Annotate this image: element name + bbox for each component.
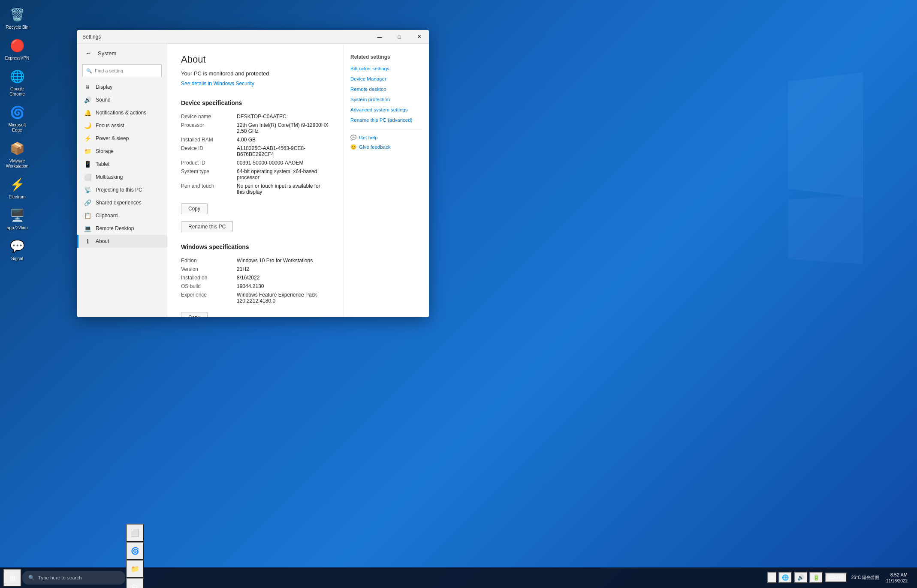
spec-label: Product ID: [181, 160, 237, 166]
help-get-help[interactable]: 💬Get help: [350, 135, 422, 141]
electrum-label: Electrum: [9, 195, 25, 200]
help-items: 💬Get help😊Give feedback: [350, 135, 422, 150]
maximize-button[interactable]: □: [389, 30, 409, 44]
help-feedback[interactable]: 😊Give feedback: [350, 144, 422, 150]
spec-value: 21H2: [237, 266, 329, 272]
related-link-rename-advanced[interactable]: Rename this PC (advanced): [350, 117, 422, 123]
sidebar-item-notifications[interactable]: 🔔Notifications & actions: [77, 106, 167, 119]
expressvpn-icon: 🔴: [9, 37, 26, 54]
related-link-bitlocker[interactable]: BitLocker settings: [350, 65, 422, 72]
tablet-nav-icon: 📱: [84, 161, 91, 168]
tray-keyboard[interactable]: ⌨ENG: [825, 573, 847, 582]
start-button[interactable]: ⊞: [3, 569, 21, 587]
spec-value: 19044.2130: [237, 283, 329, 289]
taskbar-edge-btn[interactable]: 🌀: [126, 542, 144, 560]
windows-specs-table: EditionWindows 10 Pro for WorkstationsVe…: [181, 256, 329, 305]
spec-value: No pen or touch input is available for t…: [237, 183, 329, 195]
spec-value: 64-bit operating system, x64-based proce…: [237, 168, 329, 180]
taskbar-search[interactable]: 🔍 Type here to search: [22, 571, 125, 585]
table-row: Pen and touchNo pen or touch input is av…: [181, 182, 329, 196]
about-nav-icon: ℹ: [84, 238, 91, 245]
right-panel: Related settings BitLocker settingsDevic…: [343, 44, 429, 317]
tray-date-text: 11/16/2022: [886, 578, 908, 584]
google-chrome-label: Google Chrome: [4, 87, 30, 97]
minimize-button[interactable]: —: [370, 30, 389, 44]
sidebar-section-title: System: [98, 50, 116, 57]
related-link-remote-desktop[interactable]: Remote desktop: [350, 86, 422, 93]
weather-label: 陽光普照: [862, 575, 879, 580]
notifications-nav-icon: 🔔: [84, 109, 91, 116]
sidebar-item-power-sleep[interactable]: ⚡Power & sleep: [77, 132, 167, 145]
desktop-icon-vmware-workstation[interactable]: 📦VMware Workstation: [2, 138, 32, 171]
table-row: Device IDA118325C-AAB1-4563-9CE8-B676BE2…: [181, 144, 329, 159]
microsoft-edge-label: Microsoft Edge: [4, 123, 30, 133]
table-row: OS build19044.2130: [181, 282, 329, 291]
google-chrome-icon: 🌐: [9, 68, 26, 85]
multitasking-nav-icon: ⬜: [84, 174, 91, 180]
sidebar-item-storage[interactable]: 📁Storage: [77, 145, 167, 158]
related-link-device-manager[interactable]: Device Manager: [350, 75, 422, 82]
tablet-nav-label: Tablet: [96, 161, 109, 167]
related-link-system-protection[interactable]: System protection: [350, 96, 422, 103]
desktop-icon-app722linu[interactable]: 🖥️app722linu: [2, 205, 32, 232]
tray-speaker[interactable]: 🔊: [794, 572, 808, 583]
settings-search-input[interactable]: [95, 68, 158, 73]
tray-time-text: 8:52 AM: [886, 572, 908, 578]
signal-label: Signal: [11, 256, 23, 261]
tray-datetime[interactable]: 8:52 AM11/16/2022: [884, 570, 910, 585]
window-controls: — □ ✕: [370, 30, 429, 44]
tray-network[interactable]: 🌐: [778, 572, 792, 583]
desktop-icon-recycle-bin[interactable]: 🗑️Recycle Bin: [2, 4, 32, 32]
spec-label: Device name: [181, 114, 237, 120]
close-button[interactable]: ✕: [409, 30, 429, 44]
taskbar-file-explorer[interactable]: 📁: [126, 560, 144, 578]
sidebar-item-projecting[interactable]: 📡Projecting to this PC: [77, 183, 167, 196]
taskbar-task-view[interactable]: ⬜: [126, 524, 144, 542]
sidebar-item-tablet[interactable]: 📱Tablet: [77, 158, 167, 171]
shared-experiences-nav-icon: 🔗: [84, 199, 91, 206]
device-spec-title: Device specifications: [181, 99, 329, 106]
sidebar-item-display[interactable]: 🖥Display: [77, 81, 167, 93]
sidebar-item-multitasking[interactable]: ⬜Multitasking: [77, 171, 167, 183]
back-button[interactable]: ←: [82, 47, 94, 59]
sidebar-item-clipboard[interactable]: 📋Clipboard: [77, 209, 167, 222]
desktop-icon-signal[interactable]: 💬Signal: [2, 236, 32, 263]
taskbar: ⊞ 🔍 Type here to search ⬜🌀📁🛍⚙🔷 ^ 🌐 🔊 🔋 ⌨…: [0, 567, 917, 588]
projecting-nav-icon: 📡: [84, 186, 91, 193]
tray-chevron[interactable]: ^: [767, 572, 777, 583]
desktop-icon-expressvpn[interactable]: 🔴ExpressVPN: [2, 35, 32, 63]
spec-label: Experience: [181, 292, 237, 304]
copy-windows-specs-button[interactable]: Copy: [181, 312, 208, 317]
recycle-bin-icon: 🗑️: [9, 6, 26, 23]
vmware-workstation-label: VMware Workstation: [4, 159, 30, 169]
desktop-icon-microsoft-edge[interactable]: 🌀Microsoft Edge: [2, 102, 32, 135]
feedback-icon: 😊: [350, 144, 356, 150]
app722linu-label: app722linu: [7, 225, 28, 231]
sidebar-item-remote-desktop[interactable]: 💻Remote Desktop: [77, 222, 167, 235]
taskbar-tray: ^ 🌐 🔊 🔋 ⌨ENG 26°C 陽光普照 8:52 AM11/16/2022: [767, 570, 914, 585]
spec-label: System type: [181, 168, 237, 180]
temperature: 26°C: [851, 575, 861, 580]
spec-label: OS build: [181, 283, 237, 289]
spec-value: 12th Gen Intel(R) Core(TM) i9-12900HX 2.…: [237, 122, 329, 134]
sidebar-item-about[interactable]: ℹAbout: [77, 235, 167, 248]
about-nav-label: About: [96, 238, 109, 244]
related-link-advanced-system[interactable]: Advanced system settings: [350, 106, 422, 113]
spec-label: Processor: [181, 122, 237, 134]
desktop-icon-google-chrome[interactable]: 🌐Google Chrome: [2, 66, 32, 99]
shared-experiences-nav-label: Shared experiences: [96, 200, 142, 206]
security-link[interactable]: See details in Windows Security: [181, 81, 254, 87]
settings-sidebar: ← System 🔍 🖥Display🔊Sound🔔Notifications …: [77, 44, 167, 317]
tray-battery[interactable]: 🔋: [809, 572, 823, 583]
desktop-icon-electrum[interactable]: ⚡Electrum: [2, 174, 32, 201]
sidebar-item-sound[interactable]: 🔊Sound: [77, 93, 167, 106]
taskbar-ms-store[interactable]: 🛍: [126, 578, 144, 588]
sidebar-item-focus-assist[interactable]: 🌙Focus assist: [77, 119, 167, 132]
recycle-bin-label: Recycle Bin: [6, 25, 29, 30]
settings-search-box[interactable]: 🔍: [82, 64, 162, 77]
projecting-nav-label: Projecting to this PC: [96, 187, 142, 193]
copy-device-specs-button[interactable]: Copy: [181, 203, 208, 214]
sidebar-items: 🖥Display🔊Sound🔔Notifications & actions🌙F…: [77, 81, 167, 248]
rename-pc-button[interactable]: Rename this PC: [181, 221, 233, 232]
sidebar-item-shared-experiences[interactable]: 🔗Shared experiences: [77, 196, 167, 209]
